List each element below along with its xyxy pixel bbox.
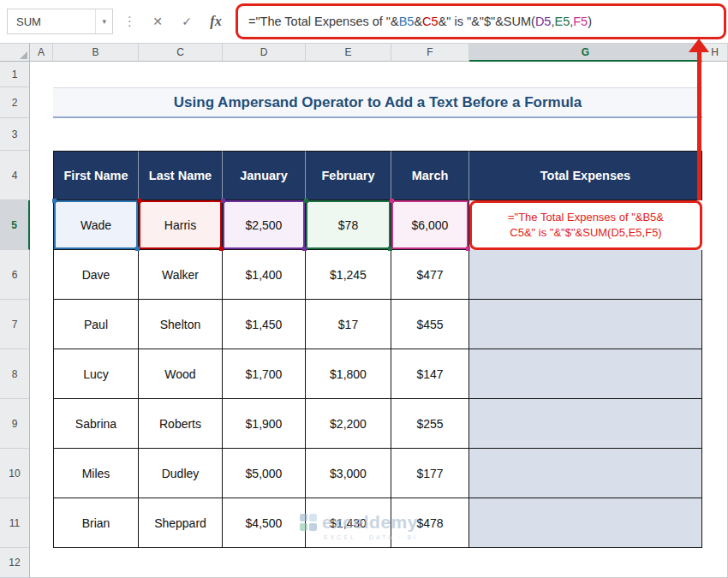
enter-button[interactable]: ✓ — [174, 9, 200, 33]
column-header-B[interactable]: B — [53, 43, 139, 62]
cell-B5[interactable]: Wade — [53, 200, 139, 250]
cell-E8[interactable]: $1,800 — [306, 349, 391, 399]
column-header-F[interactable]: F — [391, 43, 469, 62]
cell-E11[interactable]: $1,430 — [306, 498, 391, 548]
cell-C6[interactable]: Walker — [139, 250, 223, 300]
annotation-arrow-line — [697, 50, 701, 200]
cell-F6[interactable]: $477 — [391, 250, 469, 300]
formula-bar: SUM ▾ ⋮ ✕ ✓ fx ="The Total Expenses of "… — [0, 0, 728, 44]
cell-E5[interactable]: $78 — [306, 200, 391, 250]
row-header-3[interactable]: 3 — [0, 118, 30, 151]
row-header-6[interactable]: 6 — [0, 250, 30, 300]
table-header-total-expenses[interactable]: Total Expenses — [469, 151, 702, 200]
row-header-5[interactable]: 5 — [0, 200, 30, 250]
table-header-february[interactable]: February — [306, 151, 391, 200]
cell-D7[interactable]: $1,450 — [223, 300, 306, 349]
cell-D6[interactable]: $1,400 — [223, 250, 306, 300]
table-header-last-name[interactable]: Last Name — [139, 151, 223, 200]
column-header-A[interactable]: A — [30, 43, 53, 62]
cell-G9[interactable] — [469, 399, 702, 449]
name-box-value: SUM — [8, 15, 41, 28]
formula-text: ="The Total Expenses of "&B5&C5&" is "&"… — [248, 15, 592, 28]
cell-B9[interactable]: Sabrina — [53, 399, 139, 449]
cell-G11[interactable] — [469, 498, 702, 548]
table-header-march[interactable]: March — [391, 151, 469, 200]
row-header-9[interactable]: 9 — [0, 399, 30, 449]
annotation-arrow-head-icon — [689, 39, 709, 52]
cell-C11[interactable]: Sheppard — [139, 498, 223, 548]
cell-C10[interactable]: Dudley — [139, 449, 223, 498]
cell-B10[interactable]: Miles — [53, 449, 139, 498]
cell-B11[interactable]: Brian — [53, 498, 139, 548]
cell-F7[interactable]: $455 — [391, 300, 469, 349]
cell-G5-formula-annotation[interactable]: ="The Total Expenses of "&B5& C5&" is "&… — [469, 200, 702, 250]
cell-G7[interactable] — [469, 300, 702, 349]
cell-B7[interactable]: Paul — [53, 300, 139, 349]
table-header-january[interactable]: January — [223, 151, 306, 200]
cell-E9[interactable]: $2,200 — [306, 399, 391, 449]
cell-D8[interactable]: $1,700 — [223, 349, 306, 399]
cell-F8[interactable]: $147 — [391, 349, 469, 399]
g5-formula-line-1: ="The Total Expenses of "&B5& — [508, 210, 664, 225]
excel-window: SUM ▾ ⋮ ✕ ✓ fx ="The Total Expenses of "… — [0, 0, 728, 578]
cell-G8[interactable] — [469, 349, 702, 399]
cell-G10[interactable] — [469, 449, 702, 498]
row-header-11[interactable]: 11 — [0, 498, 30, 548]
column-header-G[interactable]: G — [469, 43, 702, 62]
cell-B8[interactable]: Lucy — [53, 349, 139, 399]
row-header-8[interactable]: 8 — [0, 349, 30, 399]
row-header-7[interactable]: 7 — [0, 300, 30, 349]
cell-C7[interactable]: Shelton — [139, 300, 223, 349]
cell-B6[interactable]: Dave — [53, 250, 139, 300]
cell-F10[interactable]: $177 — [391, 449, 469, 498]
cell-F11[interactable]: $478 — [391, 498, 469, 548]
cell-D11[interactable]: $4,500 — [223, 498, 306, 548]
row-header-1[interactable]: 1 — [0, 62, 30, 87]
cell-E6[interactable]: $1,245 — [306, 250, 391, 300]
row-header-4[interactable]: 4 — [0, 151, 30, 200]
cell-C9[interactable]: Roberts — [139, 399, 223, 449]
row-header-2[interactable]: 2 — [0, 87, 30, 118]
cell-C5[interactable]: Harris — [139, 200, 223, 250]
row-header-12[interactable]: 12 — [0, 548, 30, 578]
column-header-D[interactable]: D — [223, 43, 306, 62]
cell-D10[interactable]: $5,000 — [223, 449, 306, 498]
worksheet-grid: A B C D E F G H 1 2 3 4 5 6 7 8 9 10 11 … — [0, 43, 728, 578]
cell-D5[interactable]: $2,500 — [223, 200, 306, 250]
select-all-button[interactable] — [0, 43, 30, 62]
column-header-E[interactable]: E — [306, 43, 391, 62]
cell-E10[interactable]: $3,000 — [306, 449, 391, 498]
cell-E7[interactable]: $17 — [306, 300, 391, 349]
column-header-C[interactable]: C — [139, 43, 223, 62]
table-header-first-name[interactable]: First Name — [53, 151, 139, 200]
cancel-button[interactable]: ✕ — [145, 9, 170, 33]
sheet-title[interactable]: Using Ampersand Operator to Add a Text B… — [53, 87, 702, 118]
name-box[interactable]: SUM ▾ — [7, 9, 113, 34]
cell-D9[interactable]: $1,900 — [223, 399, 306, 449]
cell-F9[interactable]: $255 — [391, 399, 469, 449]
name-box-dropdown-icon[interactable]: ▾ — [95, 9, 112, 33]
row-header-10[interactable]: 10 — [0, 449, 30, 498]
formula-input[interactable]: ="The Total Expenses of "&B5&C5&" is "&"… — [236, 3, 726, 39]
cell-G6[interactable] — [469, 250, 702, 300]
cell-F5[interactable]: $6,000 — [391, 200, 469, 250]
g5-formula-line-2: C5&" is "&"$"&SUM(D5,E5,F5) — [510, 225, 661, 241]
insert-function-button[interactable]: fx — [203, 9, 229, 33]
cell-C8[interactable]: Wood — [139, 349, 223, 399]
formula-bar-separator-icon: ⋮ — [123, 14, 136, 29]
